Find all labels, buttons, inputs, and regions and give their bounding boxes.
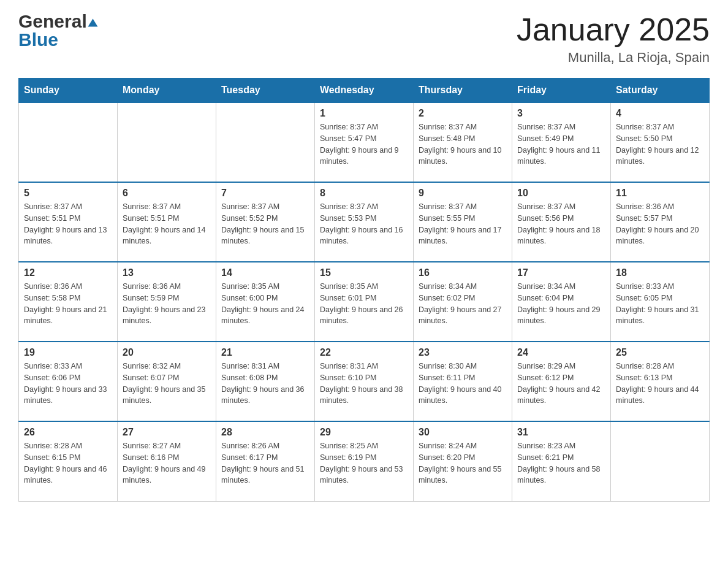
calendar-cell: 27Sunrise: 8:27 AM Sunset: 6:16 PM Dayli… <box>118 421 216 501</box>
calendar-cell: 15Sunrise: 8:35 AM Sunset: 6:01 PM Dayli… <box>315 262 414 342</box>
calendar-cell: 9Sunrise: 8:37 AM Sunset: 5:55 PM Daylig… <box>414 182 512 262</box>
day-info: Sunrise: 8:37 AM Sunset: 5:51 PM Dayligh… <box>123 201 211 247</box>
day-number: 31 <box>517 427 605 438</box>
day-of-week-header: Sunday <box>19 79 118 103</box>
day-number: 23 <box>419 347 507 358</box>
calendar-week-row: 12Sunrise: 8:36 AM Sunset: 5:58 PM Dayli… <box>19 262 710 342</box>
day-number: 21 <box>221 347 309 358</box>
day-number: 6 <box>123 188 211 199</box>
calendar-body: 1Sunrise: 8:37 AM Sunset: 5:47 PM Daylig… <box>19 102 710 501</box>
day-info: Sunrise: 8:37 AM Sunset: 5:48 PM Dayligh… <box>419 121 507 167</box>
day-info: Sunrise: 8:29 AM Sunset: 6:12 PM Dayligh… <box>517 361 605 407</box>
day-info: Sunrise: 8:27 AM Sunset: 6:16 PM Dayligh… <box>123 440 211 486</box>
calendar-cell: 2Sunrise: 8:37 AM Sunset: 5:48 PM Daylig… <box>414 102 512 182</box>
day-number: 30 <box>419 427 507 438</box>
calendar-cell: 31Sunrise: 8:23 AM Sunset: 6:21 PM Dayli… <box>512 421 611 501</box>
calendar-cell <box>19 102 118 182</box>
logo-line1: General <box>18 12 97 31</box>
calendar-cell: 28Sunrise: 8:26 AM Sunset: 6:17 PM Dayli… <box>216 421 315 501</box>
day-number: 11 <box>616 188 704 199</box>
calendar-cell: 21Sunrise: 8:31 AM Sunset: 6:08 PM Dayli… <box>216 342 315 421</box>
calendar-week-row: 26Sunrise: 8:28 AM Sunset: 6:15 PM Dayli… <box>19 421 710 501</box>
day-number: 5 <box>24 188 112 199</box>
day-info: Sunrise: 8:28 AM Sunset: 6:15 PM Dayligh… <box>24 440 112 486</box>
day-info: Sunrise: 8:33 AM Sunset: 6:06 PM Dayligh… <box>24 361 112 407</box>
calendar-cell: 20Sunrise: 8:32 AM Sunset: 6:07 PM Dayli… <box>118 342 216 421</box>
day-number: 15 <box>320 267 408 278</box>
logo-arrow-icon <box>88 19 97 27</box>
calendar-cell: 24Sunrise: 8:29 AM Sunset: 6:12 PM Dayli… <box>512 342 611 421</box>
calendar-cell: 8Sunrise: 8:37 AM Sunset: 5:53 PM Daylig… <box>315 182 414 262</box>
calendar-cell: 17Sunrise: 8:34 AM Sunset: 6:04 PM Dayli… <box>512 262 611 342</box>
calendar-cell: 6Sunrise: 8:37 AM Sunset: 5:51 PM Daylig… <box>118 182 216 262</box>
day-number: 19 <box>24 347 112 358</box>
day-info: Sunrise: 8:37 AM Sunset: 5:47 PM Dayligh… <box>320 121 408 167</box>
day-info: Sunrise: 8:26 AM Sunset: 6:17 PM Dayligh… <box>221 440 309 486</box>
day-info: Sunrise: 8:25 AM Sunset: 6:19 PM Dayligh… <box>320 440 408 486</box>
day-info: Sunrise: 8:31 AM Sunset: 6:10 PM Dayligh… <box>320 361 408 407</box>
page-header: General Blue January 2025 Munilla, La Ri… <box>18 12 710 66</box>
day-info: Sunrise: 8:30 AM Sunset: 6:11 PM Dayligh… <box>419 361 507 407</box>
day-of-week-header: Wednesday <box>315 79 414 103</box>
day-number: 25 <box>616 347 704 358</box>
calendar-table: SundayMondayTuesdayWednesdayThursdayFrid… <box>18 78 710 502</box>
day-info: Sunrise: 8:23 AM Sunset: 6:21 PM Dayligh… <box>517 440 605 486</box>
day-number: 13 <box>123 267 211 278</box>
day-of-week-header: Monday <box>118 79 216 103</box>
calendar-cell: 30Sunrise: 8:24 AM Sunset: 6:20 PM Dayli… <box>414 421 512 501</box>
calendar-cell: 29Sunrise: 8:25 AM Sunset: 6:19 PM Dayli… <box>315 421 414 501</box>
day-number: 29 <box>320 427 408 438</box>
day-info: Sunrise: 8:24 AM Sunset: 6:20 PM Dayligh… <box>419 440 507 486</box>
calendar-cell <box>118 102 216 182</box>
calendar-cell: 10Sunrise: 8:37 AM Sunset: 5:56 PM Dayli… <box>512 182 611 262</box>
calendar-cell: 25Sunrise: 8:28 AM Sunset: 6:13 PM Dayli… <box>611 342 710 421</box>
day-info: Sunrise: 8:28 AM Sunset: 6:13 PM Dayligh… <box>616 361 704 407</box>
day-info: Sunrise: 8:36 AM Sunset: 5:59 PM Dayligh… <box>123 281 211 327</box>
day-number: 14 <box>221 267 309 278</box>
logo-line2: Blue <box>18 31 97 49</box>
day-of-week-header: Tuesday <box>216 79 315 103</box>
day-info: Sunrise: 8:31 AM Sunset: 6:08 PM Dayligh… <box>221 361 309 407</box>
day-number: 2 <box>419 108 507 119</box>
calendar-cell: 19Sunrise: 8:33 AM Sunset: 6:06 PM Dayli… <box>19 342 118 421</box>
day-info: Sunrise: 8:37 AM Sunset: 5:53 PM Dayligh… <box>320 201 408 247</box>
day-info: Sunrise: 8:36 AM Sunset: 5:58 PM Dayligh… <box>24 281 112 327</box>
day-info: Sunrise: 8:37 AM Sunset: 5:50 PM Dayligh… <box>616 121 704 167</box>
page-title: January 2025 <box>517 12 710 47</box>
calendar-cell: 1Sunrise: 8:37 AM Sunset: 5:47 PM Daylig… <box>315 102 414 182</box>
day-number: 16 <box>419 267 507 278</box>
calendar-week-row: 5Sunrise: 8:37 AM Sunset: 5:51 PM Daylig… <box>19 182 710 262</box>
day-info: Sunrise: 8:37 AM Sunset: 5:52 PM Dayligh… <box>221 201 309 247</box>
day-number: 27 <box>123 427 211 438</box>
calendar-cell: 23Sunrise: 8:30 AM Sunset: 6:11 PM Dayli… <box>414 342 512 421</box>
day-of-week-header: Saturday <box>611 79 710 103</box>
calendar-cell: 3Sunrise: 8:37 AM Sunset: 5:49 PM Daylig… <box>512 102 611 182</box>
day-info: Sunrise: 8:33 AM Sunset: 6:05 PM Dayligh… <box>616 281 704 327</box>
day-info: Sunrise: 8:37 AM Sunset: 5:49 PM Dayligh… <box>517 121 605 167</box>
day-info: Sunrise: 8:35 AM Sunset: 6:00 PM Dayligh… <box>221 281 309 327</box>
day-info: Sunrise: 8:34 AM Sunset: 6:02 PM Dayligh… <box>419 281 507 327</box>
calendar-cell: 11Sunrise: 8:36 AM Sunset: 5:57 PM Dayli… <box>611 182 710 262</box>
calendar-header: SundayMondayTuesdayWednesdayThursdayFrid… <box>19 79 710 103</box>
calendar-cell: 22Sunrise: 8:31 AM Sunset: 6:10 PM Dayli… <box>315 342 414 421</box>
day-number: 8 <box>320 188 408 199</box>
day-number: 17 <box>517 267 605 278</box>
calendar-cell: 18Sunrise: 8:33 AM Sunset: 6:05 PM Dayli… <box>611 262 710 342</box>
subtitle: Munilla, La Rioja, Spain <box>517 50 710 66</box>
days-of-week-row: SundayMondayTuesdayWednesdayThursdayFrid… <box>19 79 710 103</box>
day-number: 28 <box>221 427 309 438</box>
title-block: January 2025 Munilla, La Rioja, Spain <box>517 12 710 66</box>
day-info: Sunrise: 8:34 AM Sunset: 6:04 PM Dayligh… <box>517 281 605 327</box>
calendar-cell <box>611 421 710 501</box>
day-number: 10 <box>517 188 605 199</box>
calendar-cell: 16Sunrise: 8:34 AM Sunset: 6:02 PM Dayli… <box>414 262 512 342</box>
calendar-cell: 26Sunrise: 8:28 AM Sunset: 6:15 PM Dayli… <box>19 421 118 501</box>
calendar-cell <box>216 102 315 182</box>
day-number: 24 <box>517 347 605 358</box>
day-number: 12 <box>24 267 112 278</box>
calendar-cell: 12Sunrise: 8:36 AM Sunset: 5:58 PM Dayli… <box>19 262 118 342</box>
day-of-week-header: Friday <box>512 79 611 103</box>
day-number: 22 <box>320 347 408 358</box>
day-number: 1 <box>320 108 408 119</box>
calendar-week-row: 19Sunrise: 8:33 AM Sunset: 6:06 PM Dayli… <box>19 342 710 421</box>
